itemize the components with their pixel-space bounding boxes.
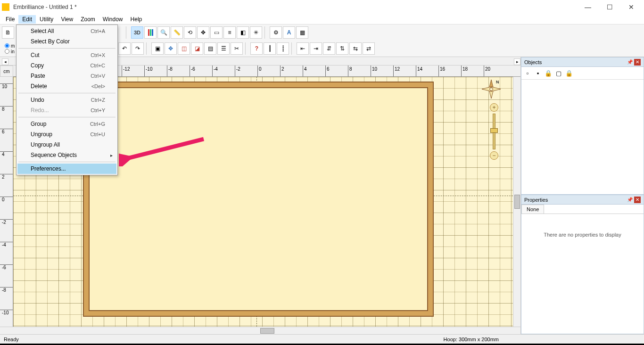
fit-icon[interactable]: ✥ (165, 42, 177, 55)
zoom-track[interactable] (493, 114, 495, 149)
close-button[interactable]: ✕ (620, 0, 642, 14)
objects-panel: Objects 📌 ✕ ▫ ▪ 🔒 ▢ 🔒 (521, 57, 644, 195)
menu-item-shortcut: Ctrl+G (90, 121, 105, 127)
minimize-button[interactable]: — (577, 0, 599, 14)
menu-item-preferences[interactable]: Preferences... (17, 164, 116, 174)
properties-tab-none[interactable]: None (521, 205, 544, 214)
zoom-in-icon[interactable]: + (490, 103, 498, 112)
redo-icon[interactable]: ↷ (132, 42, 144, 55)
undo-icon[interactable]: ↶ (118, 42, 131, 55)
objects-panel-title: Objects (524, 59, 626, 65)
ungroup-red-icon[interactable]: ◪ (191, 42, 203, 55)
align-list-icon[interactable]: ☰ (217, 42, 230, 55)
mode-radio-group: m in (2, 43, 17, 54)
menu-item-select-all[interactable]: Select AllCtrl+A (17, 26, 116, 36)
select-icon[interactable]: ✥ (197, 26, 209, 39)
pin-icon[interactable]: 📌 (627, 197, 633, 203)
align-center-icon[interactable]: ▣ (151, 42, 164, 55)
ruler-unit[interactable]: cm (0, 66, 13, 77)
obj-grid-icon[interactable]: ▪ (534, 69, 542, 77)
menu-file[interactable]: File (2, 15, 18, 24)
pin-icon[interactable]: 📌 (627, 59, 633, 66)
compass-icon[interactable]: N (481, 79, 502, 99)
snap4-icon[interactable]: ⇄ (363, 42, 375, 55)
menu-item-label: Select By Color (31, 38, 105, 45)
thread-icon[interactable]: ✳ (250, 26, 262, 39)
group-red-icon[interactable]: ◫ (178, 42, 190, 55)
edit-menu-dropdown: Select AllCtrl+ASelect By ColorCutCtrl+X… (16, 25, 118, 175)
mode-radio-2[interactable]: in (5, 49, 15, 54)
vertical-scrollbar[interactable] (513, 77, 520, 327)
svg-marker-3 (491, 87, 501, 91)
menu-item-label: Sequence Objects (31, 152, 105, 158)
mirror-icon[interactable]: ⇵ (323, 42, 335, 55)
tab-prev-icon[interactable]: ◂ (2, 58, 8, 65)
zoom-handle[interactable] (490, 128, 498, 133)
menu-separator (18, 117, 116, 117)
gear-icon[interactable]: ⚙ (270, 26, 282, 39)
menu-edit[interactable]: Edit (18, 15, 36, 24)
needle-icon[interactable]: ┃ (264, 42, 276, 55)
obj-box-icon[interactable]: ▢ (554, 69, 563, 77)
colorbars-icon[interactable] (144, 26, 157, 39)
menu-item-label: Cut (31, 52, 91, 58)
hoop-icon[interactable]: ▭ (210, 26, 223, 39)
tab-next-icon[interactable]: ▸ (514, 58, 520, 65)
menu-item-shortcut: Ctrl+Z (91, 97, 105, 103)
window-title: Embrilliance - Untitled 1 * (13, 4, 577, 10)
menu-item-undo[interactable]: UndoCtrl+Z (17, 95, 116, 105)
ruler-icon[interactable]: 📏 (171, 26, 183, 39)
menu-item-redo: Redo...Ctrl+Y (17, 105, 116, 115)
menu-help[interactable]: Help (127, 15, 146, 24)
cut-icon[interactable]: ✂ (231, 42, 243, 55)
magnify-icon[interactable]: 🔍 (157, 26, 170, 39)
vscroll-thumb[interactable] (514, 195, 520, 209)
menu-utility[interactable]: Utility (36, 15, 57, 24)
menu-item-group[interactable]: GroupCtrl+G (17, 119, 116, 129)
menubar: File Edit Utility View Zoom Window Help (0, 14, 644, 25)
menu-item-shortcut: Ctrl+U (91, 131, 105, 137)
menu-item-sequence-objects[interactable]: Sequence Objects (17, 150, 116, 160)
menu-item-label: Ungroup All (31, 141, 105, 148)
new-icon[interactable]: 🗎 (2, 26, 14, 39)
snap-v-icon[interactable]: ⇥ (310, 42, 322, 55)
objects-list[interactable] (521, 80, 644, 194)
menu-item-select-by-color[interactable]: Select By Color (17, 36, 116, 47)
hscroll-thumb[interactable] (260, 328, 274, 334)
menu-item-delete[interactable]: Delete<Del> (17, 81, 116, 91)
menu-item-ungroup-all[interactable]: Ungroup All (17, 140, 116, 150)
snap-h-icon[interactable]: ⇤ (297, 42, 309, 55)
align-left-icon[interactable]: ▤ (204, 42, 216, 55)
horizontal-scrollbar[interactable] (0, 327, 520, 334)
rotate-icon[interactable]: ◧ (237, 26, 249, 39)
needle2-icon[interactable]: ┋ (277, 42, 289, 55)
column-icon[interactable]: ≡ (223, 26, 236, 39)
menu-item-label: Group (31, 121, 90, 127)
view3d-icon[interactable]: 3D (131, 26, 143, 39)
snap3-icon[interactable]: ⇆ (349, 42, 362, 55)
menu-window[interactable]: Window (99, 15, 127, 24)
text-icon[interactable]: A (283, 26, 295, 39)
zoom-out-icon[interactable]: − (490, 151, 498, 160)
close-icon[interactable]: ✕ (634, 197, 641, 203)
layout-icon[interactable]: ▦ (296, 26, 308, 39)
snap2-icon[interactable]: ⇅ (336, 42, 348, 55)
obj-tree-icon[interactable]: ▫ (523, 69, 532, 77)
svg-marker-2 (482, 87, 491, 91)
menu-zoom[interactable]: Zoom (77, 15, 99, 24)
menu-item-copy[interactable]: CopyCtrl+C (17, 60, 116, 71)
measure-icon[interactable]: ⟲ (184, 26, 196, 39)
help-icon[interactable]: ? (250, 42, 263, 55)
obj-lock2-icon[interactable]: 🔒 (565, 69, 573, 77)
menu-item-paste[interactable]: PasteCtrl+V (17, 71, 116, 81)
maximize-button[interactable]: ☐ (599, 0, 620, 14)
objects-toolbar: ▫ ▪ 🔒 ▢ 🔒 (521, 67, 644, 80)
close-icon[interactable]: ✕ (634, 59, 641, 66)
mode-radio-1[interactable]: m (5, 43, 15, 49)
menu-item-ungroup[interactable]: UngroupCtrl+U (17, 129, 116, 140)
obj-lock1-icon[interactable]: 🔒 (544, 69, 553, 77)
menu-item-cut[interactable]: CutCtrl+X (17, 50, 116, 60)
menu-view[interactable]: View (57, 15, 77, 24)
status-ready: Ready (4, 337, 444, 342)
zoom-slider[interactable]: + − (489, 103, 499, 160)
